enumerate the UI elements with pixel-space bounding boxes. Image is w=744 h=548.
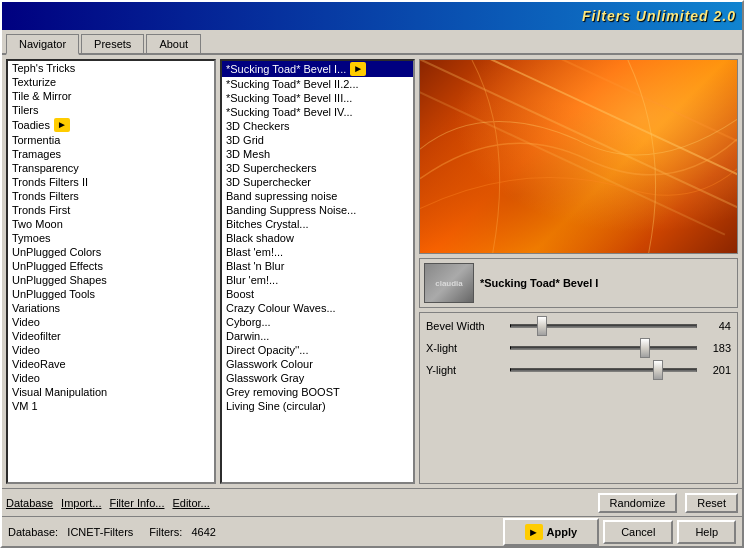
list-item[interactable]: Glasswork Gray [222,371,413,385]
param-slider-bevel-width[interactable] [510,319,697,333]
filters-label: Filters: 4642 [149,526,216,538]
list-item[interactable]: Crazy Colour Waves... [222,301,413,315]
list-item[interactable]: UnPlugged Colors [8,245,214,259]
list-item[interactable]: Banding Suppress Noise... [222,203,413,217]
param-value-bevel-width: 44 [701,320,731,332]
list-item[interactable]: Black shadow [222,231,413,245]
list-item[interactable]: Blast 'n Blur [222,259,413,273]
reset-button[interactable]: Reset [685,493,738,513]
status-buttons: ► Apply Cancel Help [503,518,736,546]
list-item[interactable]: Tilers [8,103,214,117]
filter-name-display: *Sucking Toad* Bevel I [480,277,598,289]
list-item[interactable]: Visual Manipulation [8,385,214,399]
list-item[interactable]: *Sucking Toad* Bevel IV... [222,105,413,119]
list-item[interactable]: 3D Supercheckers [222,161,413,175]
list-item[interactable]: Bitches Crystal... [222,217,413,231]
slider-track [510,347,697,350]
list-item[interactable]: Video [8,315,214,329]
randomize-button[interactable]: Randomize [598,493,678,513]
list-item[interactable]: VideoRave [8,357,214,371]
list-item[interactable]: Video [8,343,214,357]
list-item[interactable]: Tronds Filters II [8,175,214,189]
slider-thumb-x-light[interactable] [640,338,650,358]
title-bar-text: Filters Unlimited 2.0 [582,8,736,24]
list-item[interactable]: Band supressing noise [222,189,413,203]
tab-presets[interactable]: Presets [81,34,144,53]
list-item[interactable]: Direct Opacity''... [222,343,413,357]
param-slider-x-light[interactable] [510,341,697,355]
list-item[interactable]: Blast 'em!... [222,245,413,259]
toolbar-database-link[interactable]: Database [6,497,53,509]
list-item[interactable]: Tile & Mirror [8,89,214,103]
list-item[interactable]: Videofilter [8,329,214,343]
param-row-bevel-width: Bevel Width 44 [426,319,731,333]
toolbar-filter-info-link[interactable]: Filter Info... [109,497,164,509]
left-panel: Teph's Tricks Texturize Tile & Mirror Ti… [6,59,216,484]
list-item[interactable]: Living Sine (circular) [222,399,413,413]
list-item[interactable]: 3D Checkers [222,119,413,133]
filter-logo: claudia [424,263,474,303]
param-label-y-light: Y-light [426,364,506,376]
slider-thumb-y-light[interactable] [653,360,663,380]
list-item[interactable]: UnPlugged Tools [8,287,214,301]
list-item[interactable]: Tronds First [8,203,214,217]
list-item[interactable]: Texturize [8,75,214,89]
toolbar-editor-link[interactable]: Editor... [172,497,209,509]
main-window: Filters Unlimited 2.0 Navigator Presets … [0,0,744,548]
list-item[interactable]: Tramages [8,147,214,161]
param-label-bevel-width: Bevel Width [426,320,506,332]
slider-thumb-bevel-width[interactable] [537,316,547,336]
tab-navigator[interactable]: Navigator [6,34,79,55]
list-item[interactable]: Boost [222,287,413,301]
list-item[interactable]: 3D Mesh [222,147,413,161]
tab-bar: Navigator Presets About [2,30,742,55]
list-item[interactable]: 3D Superchecker [222,175,413,189]
cancel-button[interactable]: Cancel [603,520,673,544]
apply-button[interactable]: ► Apply [503,518,600,546]
apply-arrow-icon: ► [525,524,543,540]
toadies-badge: ► [54,118,70,132]
filter-info-box: claudia *Sucking Toad* Bevel I [419,258,738,308]
filter-badge: ► [350,62,366,76]
middle-panel: *Sucking Toad* Bevel I... ► *Sucking Toa… [220,59,415,484]
list-item[interactable]: VM 1 [8,399,214,413]
database-label: Database: ICNET-Filters [8,526,133,538]
slider-track [510,369,697,372]
list-item[interactable]: Two Moon [8,217,214,231]
list-item[interactable]: Variations [8,301,214,315]
list-item[interactable]: UnPlugged Effects [8,259,214,273]
filter-list[interactable]: *Sucking Toad* Bevel I... ► *Sucking Toa… [220,59,415,484]
main-content: Teph's Tricks Texturize Tile & Mirror Ti… [2,55,742,488]
param-slider-y-light[interactable] [510,363,697,377]
right-panel: claudia *Sucking Toad* Bevel I Bevel Wid… [419,59,738,484]
list-item[interactable]: Tymoes [8,231,214,245]
list-item[interactable]: Darwin... [222,329,413,343]
status-bar: Database: ICNET-Filters Filters: 4642 ► … [2,516,742,546]
params-area: Bevel Width 44 X-light 183 [419,312,738,484]
title-bar: Filters Unlimited 2.0 [2,2,742,30]
list-item[interactable]: Transparency [8,161,214,175]
toolbar-import-link[interactable]: Import... [61,497,101,509]
param-value-x-light: 183 [701,342,731,354]
list-item[interactable]: *Sucking Toad* Bevel II.2... [222,77,413,91]
tab-about[interactable]: About [146,34,201,53]
list-item[interactable]: Grey removing BOOST [222,385,413,399]
list-item[interactable]: Video [8,371,214,385]
list-item[interactable]: Tormentia [8,133,214,147]
list-item[interactable]: Glasswork Colour [222,357,413,371]
list-item[interactable]: UnPlugged Shapes [8,273,214,287]
param-row-x-light: X-light 183 [426,341,731,355]
list-item[interactable]: *Sucking Toad* Bevel III... [222,91,413,105]
list-item[interactable]: 3D Grid [222,133,413,147]
list-item-selected[interactable]: *Sucking Toad* Bevel I... ► [222,61,413,77]
param-label-x-light: X-light [426,342,506,354]
list-item[interactable]: Tronds Filters [8,189,214,203]
list-item[interactable]: Teph's Tricks [8,61,214,75]
list-item-toadies[interactable]: Toadies ► [8,117,214,133]
help-button[interactable]: Help [677,520,736,544]
category-list[interactable]: Teph's Tricks Texturize Tile & Mirror Ti… [6,59,216,484]
param-row-y-light: Y-light 201 [426,363,731,377]
param-value-y-light: 201 [701,364,731,376]
list-item[interactable]: Cyborg... [222,315,413,329]
list-item[interactable]: Blur 'em!... [222,273,413,287]
